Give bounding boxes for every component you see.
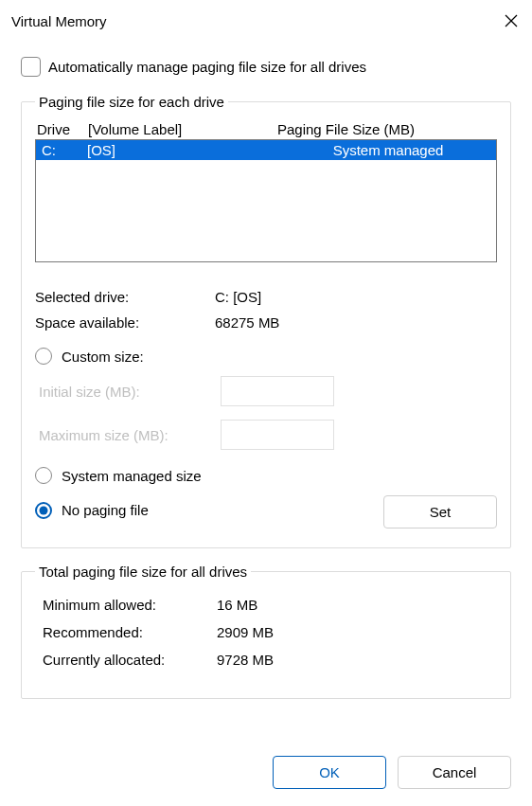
system-managed-radio[interactable] <box>35 467 52 484</box>
custom-size-option[interactable]: Custom size: <box>35 348 497 365</box>
recommended-value: 2909 MB <box>217 624 274 640</box>
recommended-row: Recommended: 2909 MB <box>43 624 497 640</box>
space-available-value: 68275 MB <box>215 314 279 331</box>
maximum-size-input[interactable] <box>221 420 334 450</box>
selected-drive-label: Selected drive: <box>35 289 215 305</box>
no-paging-option[interactable]: No paging file <box>35 502 149 519</box>
system-managed-option[interactable]: System managed size <box>35 467 497 484</box>
drive-group: Paging file size for each drive Drive [V… <box>21 94 511 548</box>
auto-manage-label: Automatically manage paging file size fo… <box>48 59 366 75</box>
no-paging-label: No paging file <box>62 502 149 518</box>
totals-legend: Total paging file size for all drives <box>35 564 251 580</box>
custom-size-label: Custom size: <box>62 349 144 365</box>
min-allowed-label: Minimum allowed: <box>43 597 217 613</box>
no-paging-radio[interactable] <box>35 502 52 519</box>
recommended-label: Recommended: <box>43 624 217 640</box>
system-managed-label: System managed size <box>62 468 202 484</box>
selected-drive-value: C: [OS] <box>215 289 261 305</box>
ok-button[interactable]: OK <box>273 756 386 789</box>
row-drive: C: <box>40 142 87 158</box>
drive-listbox[interactable]: C: [OS] System managed <box>35 139 497 262</box>
initial-size-input[interactable] <box>221 376 334 406</box>
space-available-label: Space available: <box>35 314 215 331</box>
row-volume: [OS] <box>87 142 284 158</box>
allocated-label: Currently allocated: <box>43 652 217 668</box>
totals-group: Total paging file size for all drives Mi… <box>21 564 511 699</box>
list-item[interactable]: C: [OS] System managed <box>36 140 496 160</box>
selected-drive-row: Selected drive: C: [OS] <box>35 289 497 305</box>
window-title: Virtual Memory <box>11 13 107 29</box>
drive-list-header: Drive [Volume Label] Paging File Size (M… <box>35 117 497 139</box>
header-volume: [Volume Label] <box>88 121 277 137</box>
min-allowed-value: 16 MB <box>217 597 257 613</box>
close-icon <box>505 14 518 27</box>
set-button[interactable]: Set <box>383 495 497 528</box>
header-pfsize: Paging File Size (MB) <box>277 121 495 137</box>
titlebar: Virtual Memory <box>0 0 532 38</box>
cancel-button[interactable]: Cancel <box>398 756 511 789</box>
auto-manage-row: Automatically manage paging file size fo… <box>21 57 511 77</box>
space-available-row: Space available: 68275 MB <box>35 314 497 331</box>
allocated-row: Currently allocated: 9728 MB <box>43 652 497 668</box>
dialog-footer: OK Cancel <box>273 756 511 789</box>
close-button[interactable] <box>502 11 521 30</box>
custom-size-radio[interactable] <box>35 348 52 365</box>
initial-size-label: Initial size (MB): <box>39 384 209 400</box>
row-pfsize: System managed <box>284 142 492 158</box>
header-drive: Drive <box>37 121 88 137</box>
drive-group-legend: Paging file size for each drive <box>35 94 228 110</box>
maximum-size-label: Maximum size (MB): <box>39 427 209 443</box>
custom-size-inputs: Initial size (MB): Maximum size (MB): <box>39 376 497 450</box>
min-allowed-row: Minimum allowed: 16 MB <box>43 597 497 613</box>
dialog-content: Automatically manage paging file size fo… <box>0 38 532 699</box>
allocated-value: 9728 MB <box>217 652 274 668</box>
auto-manage-checkbox[interactable] <box>21 57 41 77</box>
